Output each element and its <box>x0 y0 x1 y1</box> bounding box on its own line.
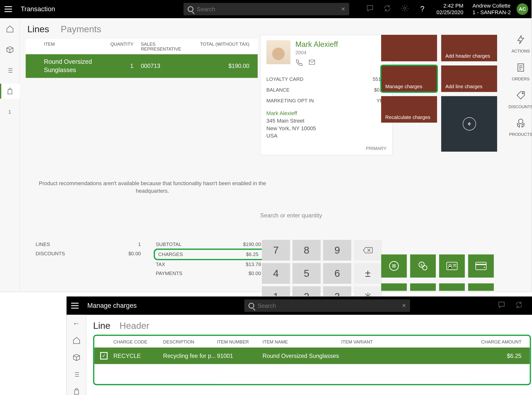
key-7[interactable]: 7 <box>262 240 290 261</box>
refresh-icon[interactable] <box>381 4 394 14</box>
rail-bag-icon[interactable] <box>0 84 20 99</box>
search-input[interactable] <box>197 6 338 12</box>
action-loyalty-icon[interactable]: $ <box>410 254 436 278</box>
left-rail-2: ← <box>67 315 86 395</box>
menu-icon[interactable] <box>3 4 13 14</box>
tile-recalculate-charges[interactable]: Recalculate charges <box>381 96 437 123</box>
rail-home-icon[interactable] <box>0 21 20 36</box>
checkbox-icon[interactable]: ✓ <box>100 352 108 360</box>
settings-icon[interactable] <box>398 4 412 14</box>
charges-value: $6.25 <box>246 251 258 257</box>
green-stub-2[interactable] <box>410 283 436 291</box>
main-area: Lines Payments ITEM QUANTITY SALES REPRE… <box>20 18 532 292</box>
action-customer-icon[interactable] <box>439 254 465 278</box>
col-total: TOTAL (WITHOUT TAX) <box>196 42 258 52</box>
customer-address: 345 Main Street New York, NY 10005 USA <box>261 117 392 144</box>
svg-text:$: $ <box>421 263 423 267</box>
rail-inventory-icon[interactable] <box>66 352 86 363</box>
green-action-row: $ <box>381 254 494 278</box>
svg-rect-1 <box>309 60 315 64</box>
line-total: $190.00 <box>196 63 258 69</box>
charge-row[interactable]: ✓ RECYCLE Recycling fee for p... 91001 R… <box>94 348 530 364</box>
payments-label: PAYMENTS <box>156 270 182 276</box>
tile-manage-charges[interactable]: Manage charges <box>381 65 437 92</box>
green-stub-3[interactable] <box>439 283 465 291</box>
charge-desc: Recycling fee for p... <box>163 352 217 359</box>
mail-icon[interactable] <box>308 59 316 68</box>
svg-point-0 <box>404 7 406 9</box>
boxes-icon <box>516 118 526 130</box>
key-8[interactable]: 8 <box>292 240 320 261</box>
rail-bag-icon[interactable] <box>66 386 86 395</box>
global-search-2[interactable]: × <box>245 299 410 312</box>
tab-line[interactable]: Line <box>93 320 110 331</box>
green-stub-1[interactable] <box>381 283 407 291</box>
chat-icon[interactable] <box>495 300 508 311</box>
cat-actions[interactable]: ACTIONS <box>511 35 530 53</box>
charges-table: CHARGE CODE DESCRIPTION ITEM NUMBER ITEM… <box>93 335 531 385</box>
tile-add-line-charges[interactable]: Add line charges <box>441 65 497 92</box>
category-rail: ACTIONS ORDERS DISCOUNTS PRODUCTS <box>500 35 532 137</box>
global-search[interactable]: × <box>183 3 349 15</box>
user-block[interactable]: Andrew Collette 1 - SANFRAN-2 <box>472 3 511 16</box>
tile-back[interactable] <box>441 96 497 151</box>
discounts-label: DISCOUNTS <box>36 251 65 256</box>
rail-back-icon[interactable]: ← <box>66 318 86 329</box>
help-icon[interactable]: ? <box>416 5 429 14</box>
rail-count-badge[interactable]: 1 <box>0 104 20 119</box>
charge-code: RECYCLE <box>113 352 163 359</box>
rail-list-icon[interactable] <box>66 369 86 380</box>
customer-photo <box>266 40 290 64</box>
rail-list-icon[interactable] <box>0 63 20 78</box>
lines-table: ITEM QUANTITY SALES REPRESENTATIVE TOTAL… <box>26 39 258 78</box>
key-9[interactable]: 9 <box>323 240 351 261</box>
cat-products[interactable]: PRODUCTS <box>509 118 532 137</box>
cat-discounts[interactable]: DISCOUNTS <box>509 90 532 109</box>
clear-search-icon[interactable]: × <box>341 5 345 13</box>
col-item-number: ITEM NUMBER <box>217 339 263 344</box>
balance-label: BALANCE <box>266 87 290 93</box>
search-icon <box>248 303 254 309</box>
green-stub-4[interactable] <box>468 283 494 291</box>
charge-scope-tabs: Line Header <box>93 319 532 335</box>
tab-lines[interactable]: Lines <box>27 24 49 35</box>
lines-value: 1 <box>138 242 141 247</box>
charge-amount: $6.25 <box>412 352 530 359</box>
phone-icon[interactable] <box>295 59 303 68</box>
svg-point-3 <box>522 93 523 94</box>
titlebar-2: Manage charges × ? 2:42 PM 02/25/2020 <box>67 297 532 315</box>
subtotal-value: $190.00 <box>243 242 261 247</box>
tile-blank1[interactable] <box>381 35 437 61</box>
key-4[interactable]: 4 <box>262 263 290 284</box>
rail-inventory-icon[interactable] <box>0 42 20 57</box>
col-qty: QUANTITY <box>100 42 133 52</box>
clear-search-icon[interactable]: × <box>402 302 406 310</box>
key-plusminus[interactable]: ± <box>354 263 382 284</box>
page-title-2: Manage charges <box>87 302 137 310</box>
search-input-2[interactable] <box>258 302 399 309</box>
refresh-icon[interactable] <box>512 300 525 311</box>
action-equals-icon[interactable] <box>381 254 407 278</box>
key-6[interactable]: 6 <box>323 263 351 284</box>
customer-id: 2004 <box>295 50 338 56</box>
customer-card: ✕ Mark Alexieff 2004 LOYALTY CARD55104 B… <box>260 35 393 155</box>
tile-add-header-charges[interactable]: Add header charges <box>441 35 497 61</box>
tab-header[interactable]: Header <box>119 320 149 331</box>
key-5[interactable]: 5 <box>292 263 320 284</box>
avatar[interactable]: AC <box>517 3 528 15</box>
menu-icon[interactable] <box>70 301 80 311</box>
chat-icon[interactable] <box>363 4 377 14</box>
recommendations-msg: Product recommendations aren't available… <box>36 180 268 195</box>
qty-input-placeholder[interactable]: Search or enter quantity <box>260 212 322 219</box>
customer-link[interactable]: Mark Alexieff <box>261 108 392 117</box>
action-card-icon[interactable] <box>468 254 494 278</box>
key-backspace[interactable] <box>354 240 382 261</box>
svg-rect-10 <box>476 262 486 270</box>
tab-payments[interactable]: Payments <box>61 24 101 35</box>
search-icon <box>188 6 193 12</box>
settings-icon[interactable] <box>530 300 532 311</box>
clipboard-icon <box>516 63 526 75</box>
cat-orders[interactable]: ORDERS <box>512 63 530 81</box>
line-row[interactable]: Round Oversized Sunglasses 1 000713 $190… <box>26 54 258 78</box>
rail-home-icon[interactable] <box>66 335 86 346</box>
